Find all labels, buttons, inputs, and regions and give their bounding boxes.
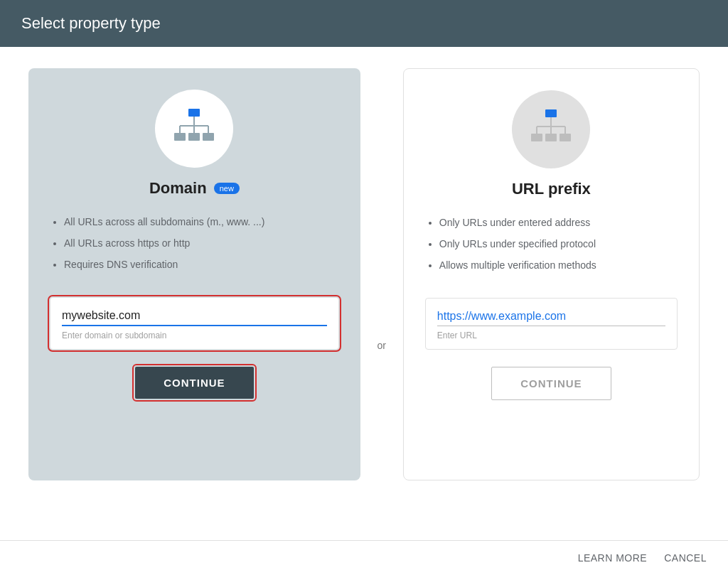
url-bullets: Only URLs under entered address Only URL… xyxy=(425,213,678,276)
url-input-hint: Enter URL xyxy=(437,331,665,340)
svg-rect-7 xyxy=(188,133,200,141)
url-input[interactable] xyxy=(437,310,665,326)
url-bullet-1: Only URLs under entered address xyxy=(439,213,678,232)
url-title: URL prefix xyxy=(512,180,591,198)
svg-rect-9 xyxy=(545,109,557,117)
domain-icon-circle xyxy=(155,90,233,168)
domain-input-hint: Enter domain or subdomain xyxy=(62,331,327,340)
domain-continue-button[interactable]: CONTINUE xyxy=(135,367,253,399)
dialog-title: Select property type xyxy=(21,14,707,33)
or-separator: or xyxy=(360,198,403,351)
svg-rect-0 xyxy=(188,109,200,117)
dialog-body: Domain new All URLs across all subdomain… xyxy=(0,47,728,540)
url-bullet-2: Only URLs under specified protocol xyxy=(439,234,678,254)
domain-input-area: Enter domain or subdomain xyxy=(50,297,339,350)
cancel-button[interactable]: CANCEL xyxy=(664,552,707,564)
svg-rect-8 xyxy=(203,133,214,141)
learn-more-button[interactable]: LEARN MORE xyxy=(578,552,648,564)
url-input-area: Enter URL xyxy=(425,298,678,350)
domain-bullet-2: All URLs across https or http xyxy=(64,233,339,253)
domain-network-icon xyxy=(169,106,219,152)
url-title-row: URL prefix xyxy=(512,180,591,198)
url-card: URL prefix Only URLs under entered addre… xyxy=(403,68,700,480)
domain-card: Domain new All URLs across all subdomain… xyxy=(28,68,360,480)
url-bullet-3: Allows multiple verification methods xyxy=(439,255,678,275)
domain-badge: new xyxy=(214,183,240,194)
domain-bullet-1: All URLs across all subdomains (m., www.… xyxy=(64,212,339,232)
dialog-footer: LEARN MORE CANCEL xyxy=(0,540,728,575)
cards-container: Domain new All URLs across all subdomain… xyxy=(28,68,700,480)
svg-rect-17 xyxy=(560,134,571,141)
url-icon-circle xyxy=(512,90,590,168)
svg-rect-15 xyxy=(531,134,542,141)
domain-title: Domain xyxy=(149,179,207,198)
domain-bullet-3: Requires DNS verification xyxy=(64,254,339,274)
dialog-header: Select property type xyxy=(0,0,728,47)
svg-rect-16 xyxy=(545,134,557,141)
domain-input[interactable] xyxy=(62,309,327,326)
svg-rect-6 xyxy=(174,133,186,141)
url-continue-button[interactable]: CONTINUE xyxy=(491,367,611,400)
domain-title-row: Domain new xyxy=(149,179,240,198)
domain-bullets: All URLs across all subdomains (m., www.… xyxy=(50,212,339,276)
url-network-icon xyxy=(526,107,576,153)
